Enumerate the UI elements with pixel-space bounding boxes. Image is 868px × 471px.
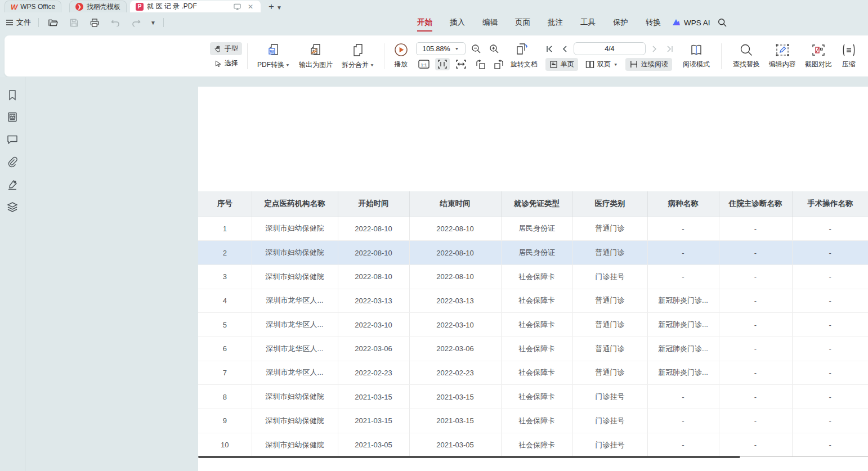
file-menu-button[interactable]: 文件 (6, 17, 31, 28)
search-icon[interactable] (715, 17, 729, 28)
zoom-out-icon[interactable] (469, 43, 484, 55)
wps-ai-button[interactable]: WPS AI (672, 19, 710, 27)
tab-list-chevron-icon[interactable]: ▼ (276, 5, 282, 11)
layers-panel-icon[interactable] (7, 201, 18, 213)
table-cell: 门诊挂号 (572, 433, 647, 457)
table-cell: 2022-08-10 (338, 241, 409, 265)
last-page-icon[interactable] (664, 44, 676, 54)
menu-bar: 文件 ▼ 开始 插入 编辑 页面 批注 工具 保护 转换 (0, 12, 868, 33)
split-merge-button[interactable]: 拆分合并▼ (337, 42, 379, 71)
thumbnail-panel-icon[interactable] (7, 111, 18, 123)
table-cell: 2021-03-15 (409, 385, 501, 409)
table-row: 6深圳市龙华区人...2022-03-062022-03-06社会保障卡普通门诊… (198, 337, 868, 361)
undo-icon[interactable] (109, 17, 122, 28)
table-header-cell: 医疗类别 (572, 191, 647, 217)
table-cell: 2022-08-10 (338, 217, 409, 241)
print-icon[interactable] (88, 17, 101, 28)
table-cell: 深圳市妇幼保健院 (252, 385, 338, 409)
fit-page-icon[interactable] (435, 58, 450, 70)
table-cell: 2022-02-23 (338, 361, 409, 385)
find-replace-button[interactable]: 查找替换 (728, 42, 764, 70)
comment-panel-icon[interactable] (7, 134, 18, 145)
hand-tool-button[interactable]: 手型 (210, 42, 242, 55)
table-cell: 普通门诊 (572, 313, 647, 337)
table-cell: - (719, 337, 792, 361)
single-page-button[interactable]: 单页 (545, 58, 578, 71)
attachment-panel-icon[interactable] (7, 156, 18, 168)
redo-icon[interactable] (129, 17, 143, 28)
menu-home[interactable]: 开始 (416, 13, 433, 32)
svg-text:1:1: 1:1 (420, 62, 427, 68)
compress-button[interactable]: 压缩 (836, 42, 861, 70)
menu-tools[interactable]: 工具 (579, 13, 597, 32)
tab-label: 就 医 记 录 .PDF (147, 2, 229, 11)
horizontal-scrollbar-thumb[interactable] (198, 456, 740, 458)
table-cell: 3 (198, 264, 252, 289)
play-button[interactable]: 播放 (390, 42, 413, 70)
export-image-button[interactable]: 输出为图片 (294, 42, 337, 71)
table-header-cell: 就诊凭证类型 (501, 191, 572, 217)
open-file-icon[interactable] (46, 17, 60, 28)
table-cell: 深圳市龙华区人... (252, 289, 338, 313)
table-cell: 深圳市龙华区人... (252, 313, 338, 337)
edit-content-button[interactable]: 编辑内容 (764, 42, 800, 70)
table-cell: 8 (198, 385, 252, 409)
tab-document-pdf[interactable]: P 就 医 记 录 .PDF ✕ (130, 1, 261, 12)
save-icon[interactable] (68, 17, 80, 28)
table-cell: 新冠肺炎门诊... (647, 361, 719, 385)
actual-size-icon[interactable]: 1:1 (416, 59, 432, 70)
table-cell: - (647, 385, 719, 409)
zoom-in-icon[interactable] (487, 43, 502, 55)
menu-edit[interactable]: 编辑 (481, 13, 499, 32)
compress-icon (841, 43, 857, 57)
table-cell: - (792, 264, 868, 289)
close-tab-icon[interactable]: ✕ (246, 3, 255, 11)
medical-records-table: 序号定点医药机构名称开始时间结束时间就诊凭证类型医疗类别病种名称住院主诊断名称手… (198, 191, 868, 457)
menu-convert[interactable]: 转换 (645, 13, 662, 32)
table-cell: - (719, 264, 792, 289)
menu-page[interactable]: 页面 (514, 13, 531, 32)
menu-annotate[interactable]: 批注 (547, 13, 564, 32)
table-cell: - (792, 385, 868, 409)
menu-insert[interactable]: 插入 (449, 13, 466, 32)
rotate-document-button[interactable]: 旋转文档 (511, 60, 538, 69)
rotate-left-icon[interactable] (472, 58, 488, 70)
pdf-page[interactable]: 序号定点医药机构名称开始时间结束时间就诊凭证类型医疗类别病种名称住院主诊断名称手… (198, 87, 868, 471)
new-tab-button[interactable]: + (269, 2, 274, 11)
double-page-label: 双页 (597, 60, 611, 69)
tab-bar: W WPS Office ❯ 找稻壳模板 P 就 医 记 录 .PDF ✕ + … (0, 0, 868, 12)
signature-panel-icon[interactable] (7, 179, 18, 190)
screenshot-compare-button[interactable]: 截图对比 (800, 42, 836, 70)
tab-docer-templates[interactable]: ❯ 找稻壳模板 (69, 1, 127, 12)
fit-width-icon[interactable] (453, 59, 469, 70)
first-page-icon[interactable] (543, 44, 556, 54)
present-mode-icon[interactable] (232, 3, 243, 10)
table-row: 4深圳市龙华区人...2022-03-132022-03-13社会保障卡普通门诊… (198, 289, 868, 313)
table-cell: - (792, 289, 868, 313)
table-row: 7深圳市龙华区人...2022-02-232022-02-23社会保障卡普通门诊… (198, 361, 868, 385)
table-cell: 普通门诊 (572, 289, 647, 313)
table-cell: 2021-03-05 (338, 433, 409, 457)
next-page-icon[interactable] (649, 44, 660, 54)
double-page-button[interactable]: 双页▼ (581, 58, 622, 71)
menu-protect[interactable]: 保护 (612, 13, 629, 32)
quickbar-chevron-icon[interactable]: ▼ (150, 20, 156, 26)
page-indicator-input[interactable]: 4/4 (574, 42, 646, 55)
table-cell: - (792, 217, 868, 241)
continuous-read-button[interactable]: 连续阅读 (625, 58, 672, 71)
single-page-icon (549, 60, 558, 69)
pdf-convert-button[interactable]: W PDF转换▼ (253, 42, 294, 71)
zoom-level-select[interactable]: 105.88%▼ (416, 42, 466, 55)
prev-page-icon[interactable] (559, 44, 570, 54)
tab-wps-office[interactable]: W WPS Office (5, 1, 61, 12)
book-icon (689, 43, 704, 57)
read-mode-button[interactable]: 阅读模式 (678, 42, 714, 70)
rotate-right-icon[interactable] (491, 58, 507, 70)
select-tool-button[interactable]: 选择 (210, 57, 242, 70)
table-cell: 新冠肺炎门诊... (647, 289, 719, 313)
table-cell: 2022-03-13 (338, 289, 409, 313)
table-cell: - (719, 241, 792, 265)
bookmark-panel-icon[interactable] (7, 89, 18, 101)
table-cell: - (719, 409, 792, 433)
replace-pages-icon[interactable] (513, 42, 531, 56)
